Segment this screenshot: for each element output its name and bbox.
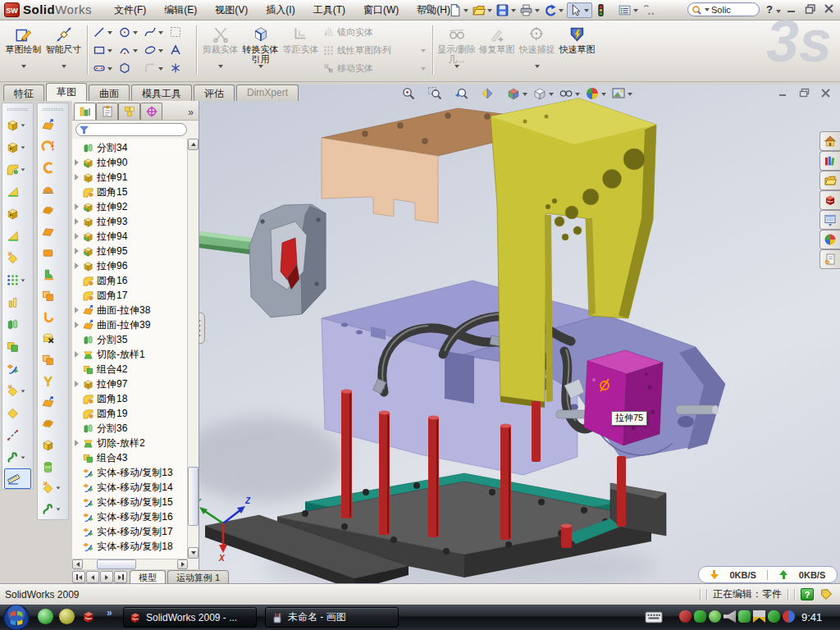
expand-arrow-icon[interactable] — [75, 381, 82, 387]
expand-arrow-icon[interactable] — [75, 159, 82, 166]
start-button[interactable] — [2, 604, 30, 630]
last-tab-button[interactable] — [114, 571, 127, 583]
expand-arrow-icon[interactable] — [75, 248, 82, 254]
tool-button[interactable] — [2, 269, 33, 291]
panel-overflow-chevron[interactable]: » — [185, 107, 197, 120]
tool-button[interactable] — [38, 434, 68, 455]
expand-arrow-icon[interactable] — [75, 336, 82, 343]
doc-close-button[interactable] — [820, 88, 832, 98]
scrollbar-thumb[interactable] — [188, 467, 199, 526]
tree-horizontal-scrollbar[interactable] — [72, 559, 188, 569]
dropdown-arrow-icon[interactable] — [57, 486, 61, 489]
expand-arrow-icon[interactable] — [75, 425, 82, 431]
tree-item[interactable]: 分割35 — [72, 332, 187, 347]
tool-button[interactable] — [2, 336, 33, 358]
dropdown-arrow-icon[interactable] — [628, 93, 632, 96]
tree-item[interactable]: 圆角17 — [72, 288, 187, 303]
expand-arrow-icon[interactable] — [75, 262, 82, 269]
dropdown-arrow-icon[interactable] — [584, 9, 589, 12]
dropdown-arrow-icon[interactable] — [218, 65, 223, 68]
part-gray-clamp[interactable] — [249, 204, 326, 317]
tool-button[interactable] — [2, 380, 33, 402]
tree-item[interactable]: 曲面-拉伸39 — [72, 317, 187, 332]
sketch-tool-button[interactable] — [91, 60, 116, 77]
tree-item[interactable]: 组合42 — [72, 362, 187, 377]
tree-item[interactable]: 圆角19 — [72, 406, 187, 421]
tree-item[interactable]: 圆角16 — [72, 273, 187, 288]
dropdown-arrow-icon[interactable] — [57, 508, 61, 510]
tree-item[interactable]: 拉伸96 — [72, 258, 187, 273]
keyboard-layout-icon[interactable] — [645, 611, 663, 623]
quick-launch-icon[interactable] — [59, 609, 75, 624]
tool-button[interactable] — [2, 158, 33, 180]
expand-arrow-icon[interactable] — [75, 454, 82, 461]
command-button[interactable]: 剪裁实体 — [200, 23, 240, 77]
tool-button[interactable] — [2, 358, 33, 380]
view-tool-button[interactable] — [559, 86, 582, 101]
tree-item[interactable]: 实体-移动/复制13 — [72, 465, 187, 480]
dropdown-arrow-icon[interactable] — [463, 9, 468, 12]
part-magenta-block[interactable] — [584, 350, 663, 445]
tree-item[interactable]: 实体-移动/复制16 — [72, 509, 187, 524]
tool-button[interactable] — [38, 221, 68, 242]
taskbar-task-button[interactable]: SolidWorks 2009 - ... — [123, 607, 257, 628]
command-button[interactable]: 等距实体 — [281, 23, 321, 77]
expand-arrow-icon[interactable] — [75, 307, 82, 313]
help-button[interactable]: ? — [766, 3, 783, 16]
toolbar-button[interactable] — [448, 3, 470, 17]
dropdown-arrow-icon[interactable] — [454, 65, 459, 68]
task-pane-button[interactable] — [819, 131, 840, 151]
search-input[interactable]: Solic — [711, 5, 731, 15]
scroll-up-button[interactable] — [188, 139, 199, 150]
command-button[interactable]: 镜向实体 — [322, 24, 427, 40]
dropdown-arrow-icon[interactable] — [107, 31, 112, 34]
task-pane-button[interactable] — [819, 249, 840, 269]
tool-button[interactable] — [4, 468, 31, 489]
panel-tab[interactable] — [118, 103, 140, 120]
quick-tips-icon[interactable]: ? — [801, 588, 814, 600]
expand-arrow-icon[interactable] — [75, 277, 82, 284]
tree-item[interactable]: 实体-移动/复制17 — [72, 524, 187, 539]
tool-button[interactable] — [2, 291, 33, 313]
tree-item[interactable]: 圆角15 — [72, 185, 187, 199]
toolbar-grip[interactable] — [7, 108, 28, 111]
expand-arrow-icon[interactable] — [75, 514, 82, 520]
tree-item[interactable]: 拉伸94 — [72, 229, 187, 244]
tree-item[interactable]: 分割36 — [72, 421, 187, 436]
expand-arrow-icon[interactable] — [75, 233, 82, 240]
doc-restore-button[interactable] — [799, 88, 810, 98]
tree-item[interactable]: 拉伸95 — [72, 244, 187, 258]
ribbon-tab[interactable]: 模具工具 — [131, 84, 192, 101]
expand-arrow-icon[interactable] — [75, 292, 82, 299]
expand-arrow-icon[interactable] — [75, 189, 82, 195]
scrollbar-thumb[interactable] — [97, 559, 136, 569]
sketch-tool-button[interactable] — [91, 42, 116, 59]
tray-icon[interactable] — [768, 610, 780, 623]
dropdown-arrow-icon[interactable] — [523, 93, 527, 96]
expand-arrow-icon[interactable] — [75, 484, 82, 491]
dropdown-arrow-icon[interactable] — [62, 65, 66, 68]
command-button[interactable]: 智能尺寸 — [43, 23, 84, 77]
tree-vertical-scrollbar[interactable] — [187, 139, 199, 559]
tree-item[interactable]: 切除-放样1 — [72, 347, 187, 362]
menu-item[interactable]: 插入(I) — [257, 1, 304, 20]
tool-button[interactable] — [38, 285, 68, 306]
dropdown-arrow-icon[interactable] — [158, 67, 163, 71]
command-button[interactable]: 草图绘制 — [3, 23, 43, 77]
tool-button[interactable] — [2, 114, 33, 136]
tool-button[interactable] — [2, 313, 33, 336]
quick-launch-chevron[interactable]: » — [107, 607, 112, 619]
tool-button[interactable] — [38, 477, 68, 498]
expand-arrow-icon[interactable] — [75, 499, 82, 505]
tree-item[interactable]: 实体-移动/复制14 — [72, 480, 187, 495]
tree-item[interactable]: 拉伸91 — [72, 170, 187, 185]
tool-button[interactable] — [38, 199, 68, 221]
sketch-tool-button[interactable] — [116, 42, 142, 59]
tool-button[interactable] — [38, 178, 68, 199]
expand-arrow-icon[interactable] — [75, 322, 82, 328]
quick-launch-icon[interactable] — [80, 609, 96, 624]
quick-launch-icon[interactable] — [38, 609, 53, 624]
doc-minimize-button[interactable] — [778, 88, 789, 98]
expand-arrow-icon[interactable] — [75, 440, 82, 446]
tool-button[interactable] — [38, 327, 68, 349]
